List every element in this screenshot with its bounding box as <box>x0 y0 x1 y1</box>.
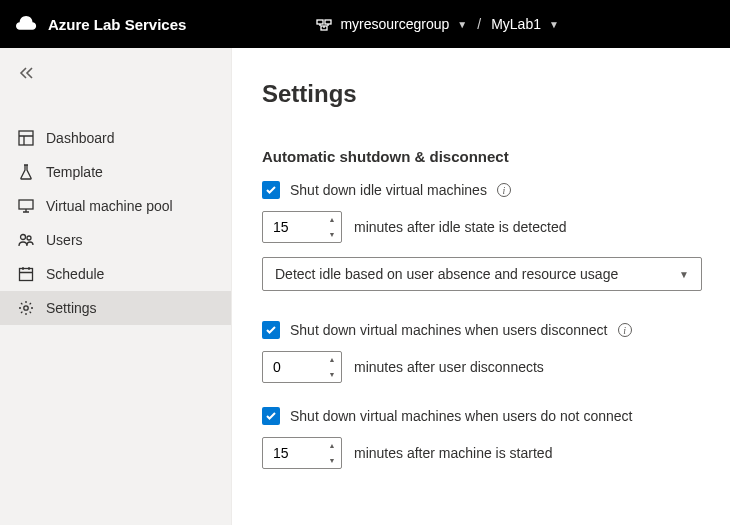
svg-rect-3 <box>19 131 33 145</box>
sidebar-item-schedule[interactable]: Schedule <box>0 257 231 291</box>
idle-suffix: minutes after idle state is detected <box>354 219 566 235</box>
chevron-down-icon: ▼ <box>679 269 689 280</box>
sidebar-item-label: Dashboard <box>46 130 115 146</box>
sidebar-item-dashboard[interactable]: Dashboard <box>0 121 231 155</box>
idle-detection-dropdown[interactable]: Detect idle based on user absence and re… <box>262 257 702 291</box>
svg-point-6 <box>27 236 31 240</box>
svg-rect-4 <box>19 200 33 209</box>
sidebar-item-label: Virtual machine pool <box>46 198 173 214</box>
chevron-down-icon: ▼ <box>549 19 559 30</box>
disconnect-block: Shut down virtual machines when users di… <box>262 321 700 383</box>
svg-rect-7 <box>20 269 33 281</box>
breadcrumb: myresourcegroup ▼ / MyLab1 ▼ <box>316 16 558 32</box>
breadcrumb-resource-group[interactable]: myresourcegroup ▼ <box>316 16 467 32</box>
top-bar: Azure Lab Services myresourcegroup ▼ / M… <box>0 0 730 48</box>
monitor-icon <box>18 198 34 214</box>
sidebar-item-template[interactable]: Template <box>0 155 231 189</box>
spin-up-icon[interactable]: ▲ <box>323 352 341 367</box>
main-content: Settings Automatic shutdown & disconnect… <box>232 48 730 525</box>
spin-down-icon[interactable]: ▼ <box>323 227 341 242</box>
users-icon <box>18 232 34 248</box>
svg-point-5 <box>21 235 26 240</box>
dropdown-value: Detect idle based on user absence and re… <box>275 266 618 282</box>
sidebar-item-label: Template <box>46 164 103 180</box>
svg-rect-1 <box>325 20 331 24</box>
disconnect-suffix: minutes after user disconnects <box>354 359 544 375</box>
breadcrumb-rg-label: myresourcegroup <box>340 16 449 32</box>
spin-down-icon[interactable]: ▼ <box>323 367 341 382</box>
noconnect-suffix: minutes after machine is started <box>354 445 552 461</box>
gear-icon <box>18 300 34 316</box>
spin-up-icon[interactable]: ▲ <box>323 212 341 227</box>
idle-block: Shut down idle virtual machines i ▲ ▼ mi… <box>262 181 700 291</box>
sidebar-item-vm-pool[interactable]: Virtual machine pool <box>0 189 231 223</box>
sidebar-item-settings[interactable]: Settings <box>0 291 231 325</box>
sidebar-item-label: Settings <box>46 300 97 316</box>
dashboard-icon <box>18 130 34 146</box>
idle-label: Shut down idle virtual machines <box>290 182 487 198</box>
disconnect-checkbox[interactable] <box>262 321 280 339</box>
sidebar-item-label: Users <box>46 232 83 248</box>
azure-cloud-icon <box>16 14 38 34</box>
chevron-down-icon: ▼ <box>457 19 467 30</box>
page-title: Settings <box>262 80 700 108</box>
info-icon[interactable]: i <box>497 183 511 197</box>
calendar-icon <box>18 266 34 282</box>
svg-point-8 <box>24 306 28 310</box>
breadcrumb-lab-label: MyLab1 <box>491 16 541 32</box>
noconnect-label: Shut down virtual machines when users do… <box>290 408 632 424</box>
section-title: Automatic shutdown & disconnect <box>262 148 700 165</box>
flask-icon <box>18 164 34 180</box>
sidebar-item-users[interactable]: Users <box>0 223 231 257</box>
spin-up-icon[interactable]: ▲ <box>323 438 341 453</box>
idle-checkbox[interactable] <box>262 181 280 199</box>
collapse-sidebar-button[interactable] <box>0 62 231 93</box>
breadcrumb-lab[interactable]: MyLab1 ▼ <box>491 16 559 32</box>
noconnect-checkbox[interactable] <box>262 407 280 425</box>
resource-group-icon <box>316 16 332 32</box>
spin-down-icon[interactable]: ▼ <box>323 453 341 468</box>
sidebar-item-label: Schedule <box>46 266 104 282</box>
brand-title: Azure Lab Services <box>48 16 186 33</box>
noconnect-block: Shut down virtual machines when users do… <box>262 407 700 469</box>
disconnect-label: Shut down virtual machines when users di… <box>290 322 608 338</box>
info-icon[interactable]: i <box>618 323 632 337</box>
sidebar: Dashboard Template Virtual machine pool … <box>0 48 232 525</box>
svg-rect-0 <box>317 20 323 24</box>
breadcrumb-separator: / <box>477 16 481 32</box>
